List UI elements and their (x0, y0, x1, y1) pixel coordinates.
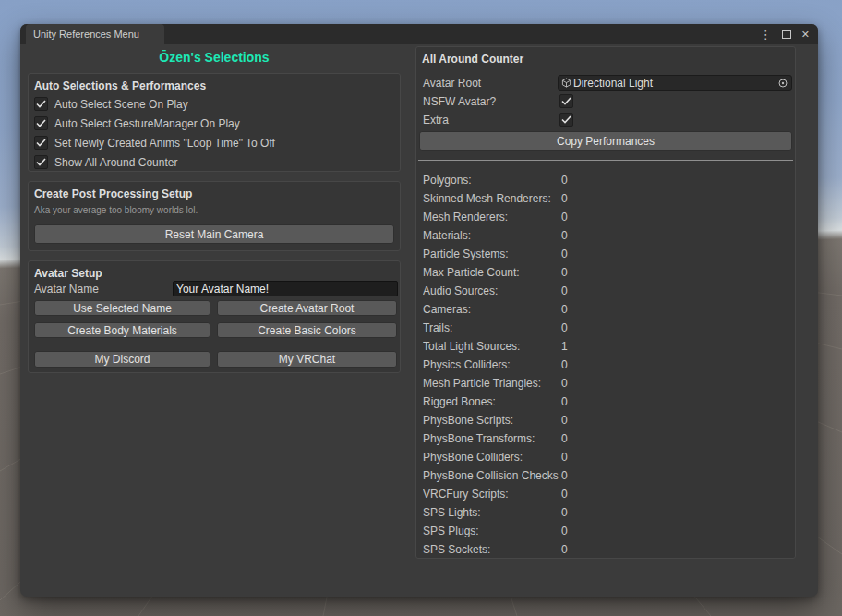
stat-value: 0 (561, 192, 568, 205)
stat-label: Polygons: (423, 174, 472, 187)
stat-label: VRCFury Scripts: (423, 488, 509, 501)
stat-value: 0 (561, 451, 568, 464)
stat-value: 0 (561, 506, 568, 519)
unity-references-window: Unity References Menu ⋮ ✕ Ōzen's Selecti… (20, 24, 818, 597)
stat-label: PhysBone Scripts: (423, 414, 513, 427)
my-vrchat-button[interactable]: My VRChat (217, 351, 397, 368)
stat-row-sps-lights: SPS Lights:0 (416, 503, 795, 522)
stat-label: Particle Systems: (423, 248, 509, 260)
stat-label: Rigged Bones: (423, 395, 496, 408)
checkbox-label: Auto Select GestureManager On Play (54, 117, 240, 130)
stat-value: 0 (561, 525, 568, 537)
window-menu-icon[interactable]: ⋮ (760, 29, 772, 41)
window-titlebar[interactable]: Unity References Menu ⋮ ✕ (20, 24, 818, 44)
stat-label: Physics Colliders: (423, 358, 511, 371)
checkbox-row-auto-select-scene[interactable]: Auto Select Scene On Play (29, 94, 400, 114)
reset-main-camera-button[interactable]: Reset Main Camera (34, 224, 394, 244)
stat-value: 0 (561, 284, 568, 297)
stat-value: 0 (561, 432, 568, 445)
create-body-materials-button[interactable]: Create Body Materials (34, 322, 210, 338)
stat-value: 0 (561, 303, 568, 316)
stat-label: Cameras: (423, 303, 471, 316)
avatar-setup-header: Avatar Setup (29, 261, 400, 282)
checkmark-icon (36, 100, 46, 108)
stat-row-max-particle-count: Max Particle Count:0 (416, 263, 795, 282)
stat-label: SPS Sockets: (423, 543, 490, 556)
checkbox-row-loop-time-off[interactable]: Set Newly Created Anims "Loop Time" To O… (29, 133, 400, 152)
stat-value: 0 (561, 321, 568, 334)
checkbox-label: Auto Select Scene On Play (54, 98, 188, 111)
window-tab-title: Unity References Menu (33, 29, 139, 40)
post-processing-header: Create Post Processing Setup (29, 182, 400, 202)
stat-value: 0 (561, 395, 568, 408)
post-processing-section: Create Post Processing Setup Aka your av… (28, 181, 401, 251)
checkbox[interactable] (34, 136, 48, 150)
stat-label: PhysBone Colliders: (423, 451, 523, 464)
stat-value: 0 (561, 377, 568, 390)
stat-label: Audio Sources: (423, 284, 498, 297)
post-processing-caption: Aka your average too bloomy worlds lol. (29, 202, 400, 215)
copy-performances-button[interactable]: Copy Performances (419, 131, 792, 151)
stat-label: PhysBone Collision Checks: (423, 469, 559, 482)
nsfw-avatar-checkbox[interactable] (559, 94, 573, 108)
checkbox[interactable] (34, 155, 48, 169)
stat-label: Max Particle Count: (423, 266, 520, 279)
checkbox[interactable] (34, 116, 48, 130)
stat-value: 0 (561, 266, 568, 279)
stat-value: 0 (561, 248, 568, 260)
stat-row-particle-systems: Particle Systems:0 (416, 245, 795, 263)
stat-row-audio-sources: Audio Sources:0 (416, 282, 795, 300)
stat-value: 0 (561, 488, 568, 501)
stat-row-physbone-collision-checks: PhysBone Collision Checks:0 (416, 466, 795, 485)
performance-stats-list: Polygons:0 Skinned Mesh Renderers:0 Mesh… (416, 171, 795, 559)
stat-value: 0 (561, 174, 568, 187)
checkbox-label: Set Newly Created Anims "Loop Time" To O… (54, 137, 275, 150)
checkbox[interactable] (34, 97, 48, 111)
checkmark-icon (36, 139, 46, 147)
my-discord-button[interactable]: My Discord (34, 351, 210, 368)
stat-label: Trails: (423, 321, 452, 334)
stat-value: 1 (561, 340, 568, 353)
screenshot-root: Unity References Menu ⋮ ✕ Ōzen's Selecti… (0, 0, 842, 616)
counter-header: All Around Counter (416, 47, 795, 67)
window-close-icon[interactable]: ✕ (801, 30, 810, 40)
checkmark-icon (561, 97, 571, 105)
stat-row-trails: Trails:0 (416, 319, 795, 337)
page-title: Ōzen's Selections (28, 50, 401, 65)
create-basic-colors-button[interactable]: Create Basic Colors (217, 322, 397, 338)
create-avatar-root-button[interactable]: Create Avatar Root (217, 300, 397, 316)
stat-label: SPS Plugs: (423, 525, 479, 537)
stat-row-mesh-renderers: Mesh Renderers:0 (416, 208, 795, 226)
stat-row-sps-sockets: SPS Sockets:0 (416, 540, 795, 559)
stat-row-physics-colliders: Physics Colliders:0 (416, 356, 795, 374)
avatar-root-object-field[interactable]: Directional Light (558, 75, 792, 91)
all-around-counter-panel: All Around Counter Avatar Root Direction… (415, 46, 796, 559)
stat-row-physbone-transforms: PhysBone Transforms:0 (416, 429, 795, 448)
object-picker-icon[interactable] (777, 78, 788, 89)
stat-row-skinned-mesh-renderers: Skinned Mesh Renderers:0 (416, 189, 795, 208)
extra-checkbox[interactable] (559, 113, 573, 127)
window-maximize-icon[interactable] (782, 30, 791, 39)
gameobject-cube-icon (561, 78, 571, 88)
stat-row-sps-plugs: SPS Plugs:0 (416, 522, 795, 540)
avatar-name-input[interactable] (173, 281, 398, 296)
checkbox-row-show-counter[interactable]: Show All Around Counter (29, 152, 400, 172)
stat-row-vrcfury-scripts: VRCFury Scripts:0 (416, 485, 795, 503)
stat-row-physbone-scripts: PhysBone Scripts:0 (416, 411, 795, 429)
separator-line (418, 160, 793, 161)
stat-value: 0 (561, 469, 568, 482)
auto-selections-section: Auto Selections & Performances Auto Sele… (28, 73, 401, 172)
checkmark-icon (561, 115, 571, 124)
window-body: Ōzen's Selections Auto Selections & Perf… (20, 44, 818, 597)
stat-value: 0 (561, 543, 568, 556)
stat-value: 0 (561, 414, 568, 427)
use-selected-name-button[interactable]: Use Selected Name (34, 300, 210, 316)
stat-label: Mesh Particle Triangles: (423, 377, 541, 390)
stat-label: SPS Lights: (423, 506, 481, 519)
stat-label: Materials: (423, 229, 471, 242)
avatar-setup-section: Avatar Setup Avatar Name Use Selected Na… (28, 260, 401, 373)
checkbox-row-auto-select-gesturemanager[interactable]: Auto Select GestureManager On Play (29, 114, 400, 133)
window-tab[interactable]: Unity References Menu (26, 24, 164, 44)
stat-row-materials: Materials:0 (416, 226, 795, 245)
checkmark-icon (36, 158, 46, 166)
